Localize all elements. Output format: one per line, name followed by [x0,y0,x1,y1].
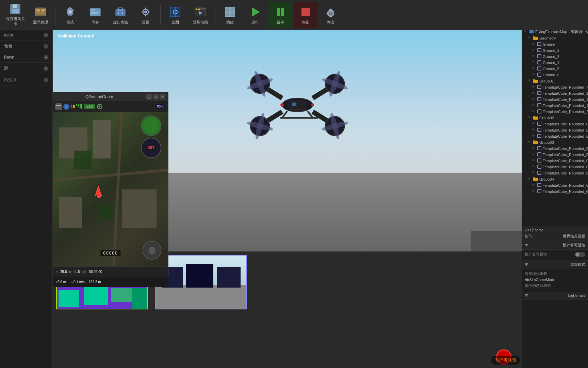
left-panel-pawn[interactable]: Pawn + [0,52,52,63]
qgc-map[interactable]: 267 00000 [53,112,168,266]
tree-item-21[interactable]: 👁TemplateCube_Rounded_95 [522,158,588,164]
tree-item-15[interactable]: 👁TemplateCube_Rounded_62 [522,121,588,127]
content-icon [88,5,102,19]
tree-item-23[interactable]: 👁TemplateCube_Rounded_89 [522,170,588,176]
cutscene-label: 过场动画 [193,20,208,25]
game-mode-value-row: AirSimGameMode [525,278,585,282]
toolbar-pause[interactable]: 暂停 [268,2,292,28]
computed-visibility-label: 预计算可视性 [563,243,585,248]
svg-rect-30 [230,12,235,17]
type-icon-3 [537,48,541,53]
tree-item-7[interactable]: 👁Ground_6 [522,72,588,78]
seg-cyan4 [132,288,147,309]
qgc-gps-icon [97,104,103,110]
triangle-icon [525,244,528,247]
toolbar-source[interactable]: 源码管理 [29,2,52,28]
qgc-menu-icon[interactable] [55,103,62,110]
svg-line-58 [282,111,287,118]
svg-rect-28 [225,12,230,17]
bottom-right-panel: 细节 世界场景设置 预计算可视性 预计算可视性 游戏模式 游戏模式重载 AirS… [522,232,588,368]
svg-rect-71 [538,55,541,58]
left-panel-spawn[interactable]: 出生点 + [0,74,52,86]
tree-item-2[interactable]: 👁Ground [522,41,588,47]
color-add-btn[interactable]: + [44,44,48,49]
qgc-close-btn[interactable]: × [160,94,165,99]
tree-item-11[interactable]: 👁TemplateCube_Rounded_12 [522,96,588,103]
toolbar-mode[interactable]: 模式 [58,2,82,28]
lightmass-header[interactable]: Lightmass [522,292,588,300]
qgc-status-bar: ↑ 25.6 m ↑1.8 m/s 00:02:00 [53,266,168,277]
toolbar-stop[interactable]: 停止 [294,2,317,28]
toolbar-play[interactable]: 运行 [243,2,267,28]
tree-label-6: Ground_5 [543,67,559,71]
tree-item-12[interactable]: 👁TemplateCube_Rounded_14 [522,103,588,109]
visibility-toggle[interactable] [575,252,585,257]
tree-label-3: Ground_2 [543,48,559,52]
tree-item-5[interactable]: 👁Ground_4 [522,60,588,66]
toolbar-eject[interactable]: 弹出 [319,2,343,28]
qgc-minimize-btn[interactable]: _ [146,94,152,99]
detail-section-header[interactable]: 细节 世界场景设置 [522,232,588,241]
tree-item-10[interactable]: 👁TemplateCube_Rounded_11 [522,90,588,96]
toolbar-marketplace[interactable]: 虚幻商城 [109,2,132,28]
tree-item-17[interactable]: 👁TemplateCube_Rounded_65 [522,133,588,139]
spawn-add-btn[interactable]: + [44,78,48,82]
left-panel-source[interactable]: 源 + [0,63,52,74]
tree-item-1[interactable]: 👁Geometry [522,35,588,41]
building2 [471,231,522,251]
tree-item-6[interactable]: 👁Ground_5 [522,66,588,72]
qgc-bottom-bar: ↓6.0 m →0.1 m/s 132.6 m [53,277,168,287]
tree-item-22[interactable]: 👁TemplateCube_Rounded_67 [522,164,588,170]
toolbar-settings[interactable]: 设置 [134,2,158,28]
qgc-px4-logo: PX4 [154,104,166,109]
tree-item-18[interactable]: 👁Group03 [522,139,588,145]
tree-item-9[interactable]: 👁TemplateCube_Rounded_7 [522,84,588,90]
pawn-add-btn[interactable]: + [44,55,48,60]
toolbar-content[interactable]: 内容 [83,2,107,28]
marketplace-label: 虚幻商城 [113,20,128,25]
left-panel: actor + 色色 + Pawn + 源 + 出生点 + [0,30,53,368]
tree-item-24[interactable]: 👁Group04 [522,176,588,182]
svg-marker-100 [525,294,528,297]
green-area1 [74,151,91,169]
svg-rect-24 [196,9,197,10]
source-add-btn[interactable]: + [44,66,48,71]
svg-rect-83 [533,116,535,117]
tree-item-25[interactable]: 👁TemplateCube_Rounded_68 [522,182,588,188]
tree-item-14[interactable]: 👁Group02 [522,115,588,121]
eye-icon-13: 👁 [532,109,536,114]
left-panel-color[interactable]: 色色 + [0,41,52,52]
computed-visibility-header[interactable]: 预计算可视性 [522,241,588,250]
tree-label-18: Group03 [539,140,554,144]
qgc-battery: ▪51% [84,104,95,109]
tree-item-20[interactable]: 👁TemplateCube_Rounded_92 [522,152,588,158]
left-panel-actor[interactable]: actor + [0,30,52,41]
tree-item-3[interactable]: 👁Ground_2 [522,47,588,53]
tree-item-8[interactable]: 👁Group01 [522,78,588,84]
qgc-maximize-btn[interactable]: □ [153,94,159,99]
eye-icon-16: 👁 [532,128,536,133]
joystick[interactable] [143,241,161,260]
toolbar-blueprint[interactable]: 蓝图 [163,2,187,28]
tree-item-4[interactable]: 👁Ground_3 [522,53,588,60]
eye-icon-8: 👁 [527,79,532,83]
tree-item-19[interactable]: 👁TemplateCube_Rounded_91 [522,145,588,152]
svg-rect-25 [198,9,200,10]
toolbar-save[interactable]: 保存当前关卡 [3,2,27,28]
tree-item-13[interactable]: 👁TemplateCube_Rounded_21 [522,109,588,115]
tree-item-16[interactable]: 👁TemplateCube_Rounded_64 [522,127,588,133]
svg-marker-31 [252,8,259,16]
svg-rect-74 [538,73,541,76]
altitude-label: ↑ [56,270,58,274]
game-mode-header[interactable]: 游戏模式 [522,260,588,269]
computed-visibility-content: 预计算可视性 [522,250,588,260]
svg-rect-6 [36,13,45,14]
toolbar-cutscene[interactable]: 过场动画 [189,2,212,28]
toggle-knob [575,252,579,257]
type-icon-4 [537,54,541,59]
tree-item-26[interactable]: 👁TemplateCube_Rounded_69 [522,188,588,195]
qgc-connect-icon[interactable]: ↑ [63,104,69,110]
qgc-top-toolbar: ↑ 15 ▪51% PX4 [53,101,168,112]
toolbar-build[interactable]: 构建 [218,2,242,28]
actor-add-btn[interactable]: + [44,33,48,37]
